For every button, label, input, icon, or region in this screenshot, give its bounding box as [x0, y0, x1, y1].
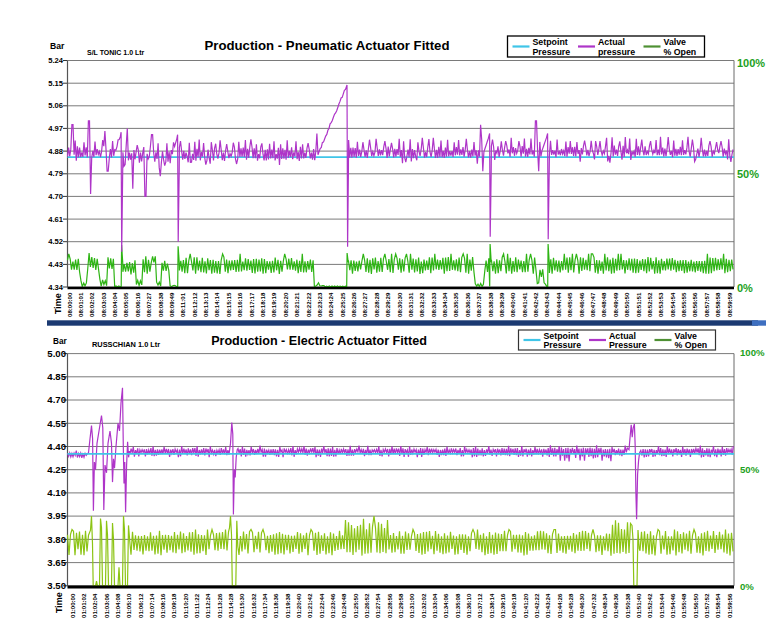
- svg-text:Setpoint: Setpoint: [544, 331, 579, 341]
- svg-text:01:06:12: 01:06:12: [137, 593, 144, 618]
- svg-text:3.50: 3.50: [47, 580, 66, 591]
- svg-text:Time: Time: [54, 592, 64, 613]
- svg-text:01:44:26: 01:44:26: [556, 593, 563, 618]
- svg-text:Pressure: Pressure: [609, 340, 647, 350]
- svg-text:01:39:16: 01:39:16: [499, 593, 506, 618]
- svg-text:Bar: Bar: [53, 337, 67, 346]
- svg-text:01:12:24: 01:12:24: [204, 593, 211, 618]
- svg-text:01:58:54: 01:58:54: [714, 593, 721, 618]
- svg-text:08:48:48: 08:48:48: [600, 292, 607, 317]
- svg-text:08:37:37: 08:37:37: [475, 292, 482, 317]
- svg-text:0%: 0%: [740, 581, 754, 592]
- svg-text:50%: 50%: [737, 168, 759, 180]
- svg-text:08:21:21: 08:21:21: [293, 292, 300, 317]
- svg-text:01:26:52: 01:26:52: [363, 593, 370, 618]
- svg-text:08:35:35: 08:35:35: [452, 292, 459, 317]
- svg-text:01:15:30: 01:15:30: [238, 593, 245, 618]
- svg-text:08:36:36: 08:36:36: [464, 292, 471, 317]
- svg-text:4.34: 4.34: [48, 283, 64, 292]
- svg-text:4.25: 4.25: [47, 464, 66, 475]
- svg-text:08:50:50: 08:50:50: [623, 292, 630, 317]
- svg-text:4.70: 4.70: [48, 192, 63, 201]
- svg-text:01:19:38: 01:19:38: [284, 593, 291, 618]
- svg-text:4.55: 4.55: [47, 418, 66, 429]
- svg-text:01:49:36: 01:49:36: [612, 593, 619, 618]
- svg-text:01:43:24: 01:43:24: [544, 593, 551, 618]
- svg-text:08:54:54: 08:54:54: [669, 292, 676, 317]
- svg-text:01:38:14: 01:38:14: [488, 593, 495, 618]
- svg-text:08:06:16: 08:06:16: [134, 292, 141, 317]
- svg-text:01:24:48: 01:24:48: [340, 593, 347, 618]
- svg-text:01:52:42: 01:52:42: [646, 593, 653, 618]
- svg-text:01:53:44: 01:53:44: [658, 593, 665, 618]
- svg-text:08:39:39: 08:39:39: [498, 292, 505, 317]
- svg-text:01:04:08: 01:04:08: [114, 593, 121, 618]
- svg-text:01:17:34: 01:17:34: [261, 593, 268, 618]
- svg-text:01:31:00: 01:31:00: [408, 593, 415, 618]
- svg-text:01:36:10: 01:36:10: [465, 593, 472, 618]
- svg-text:Valve: Valve: [675, 331, 698, 341]
- svg-text:01:29:58: 01:29:58: [397, 593, 404, 618]
- svg-text:4.85: 4.85: [47, 371, 66, 382]
- svg-text:5.24: 5.24: [48, 56, 64, 65]
- svg-text:01:03:06: 01:03:06: [103, 593, 110, 618]
- svg-text:08:27:27: 08:27:27: [361, 292, 368, 317]
- svg-text:08:51:51: 08:51:51: [635, 292, 642, 317]
- svg-text:01:40:18: 01:40:18: [510, 593, 517, 618]
- svg-text:01:47:32: 01:47:32: [590, 593, 597, 618]
- svg-text:08:02:02: 08:02:02: [88, 292, 95, 317]
- svg-text:01:05:10: 01:05:10: [125, 593, 132, 618]
- svg-text:4.43: 4.43: [48, 260, 63, 269]
- svg-text:08:16:16: 08:16:16: [236, 292, 243, 317]
- svg-text:01:27:54: 01:27:54: [374, 593, 381, 618]
- svg-text:08:33:33: 08:33:33: [430, 292, 437, 317]
- svg-text:08:28:28: 08:28:28: [373, 292, 380, 317]
- svg-text:5.00: 5.00: [47, 348, 66, 359]
- svg-text:08:09:49: 08:09:49: [168, 292, 175, 317]
- svg-text:3.95: 3.95: [47, 510, 66, 521]
- svg-text:01:55:48: 01:55:48: [680, 593, 687, 618]
- svg-text:RUSSCHIAN 1.0 Ltr: RUSSCHIAN 1.0 Ltr: [92, 340, 160, 349]
- svg-text:01:07:14: 01:07:14: [148, 593, 155, 618]
- svg-text:08:24:24: 08:24:24: [327, 292, 334, 317]
- svg-text:08:41:41: 08:41:41: [521, 292, 528, 317]
- svg-text:08:58:58: 08:58:58: [714, 292, 721, 317]
- svg-text:01:46:30: 01:46:30: [578, 593, 585, 618]
- svg-text:Production - Electric Actuator: Production - Electric Actuator Fitted: [211, 334, 427, 348]
- svg-text:01:34:06: 01:34:06: [442, 593, 449, 618]
- svg-text:08:45:45: 08:45:45: [566, 292, 573, 317]
- svg-text:Bar: Bar: [50, 41, 65, 51]
- svg-text:08:52:52: 08:52:52: [646, 292, 653, 317]
- svg-text:01:28:56: 01:28:56: [386, 593, 393, 618]
- svg-text:01:16:32: 01:16:32: [250, 593, 257, 618]
- svg-text:Production - Pneumatic Actuato: Production - Pneumatic Actuator Fitted: [205, 38, 450, 53]
- svg-text:08:32:32: 08:32:32: [418, 292, 425, 317]
- svg-text:08:00:00: 08:00:00: [66, 292, 73, 317]
- svg-text:08:53:53: 08:53:53: [657, 292, 664, 317]
- svg-text:01:51:40: 01:51:40: [635, 593, 642, 618]
- svg-text:08:03:03: 08:03:03: [100, 292, 107, 317]
- svg-text:4.61: 4.61: [48, 215, 64, 224]
- svg-text:08:55:55: 08:55:55: [680, 292, 687, 317]
- svg-text:01:54:46: 01:54:46: [669, 593, 676, 618]
- svg-text:01:14:28: 01:14:28: [227, 593, 234, 618]
- svg-text:0%: 0%: [737, 282, 753, 294]
- svg-text:5.15: 5.15: [48, 79, 64, 88]
- svg-text:08:05:05: 08:05:05: [122, 292, 129, 317]
- svg-text:01:50:38: 01:50:38: [624, 593, 631, 618]
- svg-text:08:56:56: 08:56:56: [691, 292, 698, 317]
- svg-text:01:25:50: 01:25:50: [352, 593, 359, 618]
- svg-text:4.10: 4.10: [47, 487, 66, 498]
- svg-text:01:45:28: 01:45:28: [567, 593, 574, 618]
- svg-text:Actual: Actual: [598, 37, 625, 47]
- svg-text:4.79: 4.79: [48, 169, 63, 178]
- svg-text:Setpoint: Setpoint: [533, 37, 568, 47]
- svg-text:08:19:19: 08:19:19: [270, 292, 277, 317]
- svg-text:01:02:04: 01:02:04: [91, 593, 98, 618]
- svg-text:01:22:44: 01:22:44: [318, 593, 325, 618]
- svg-text:50%: 50%: [740, 464, 760, 475]
- svg-text:08:38:38: 08:38:38: [487, 292, 494, 317]
- svg-text:01:10:20: 01:10:20: [182, 593, 189, 618]
- svg-text:01:32:02: 01:32:02: [420, 593, 427, 618]
- svg-text:4.88: 4.88: [48, 147, 63, 156]
